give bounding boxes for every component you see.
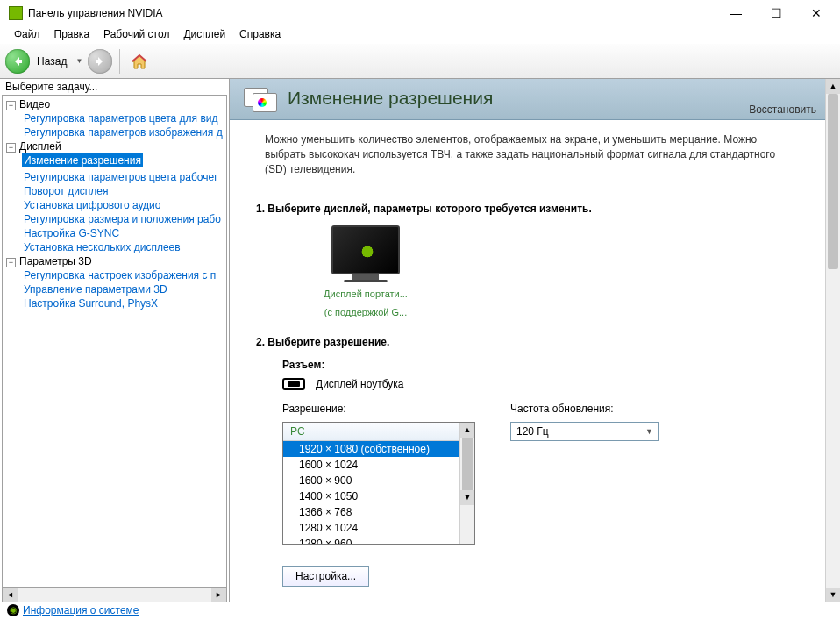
main-area: Выберите задачу... −ВидеоРегулировка пар… <box>0 79 840 602</box>
resolution-option[interactable]: 1280 × 1024 <box>283 520 474 536</box>
tree-category-label: Дисплей <box>19 140 61 153</box>
customize-button[interactable]: Настройка... <box>282 566 369 587</box>
titlebar: Панель управления NVIDIA — ☐ ✕ <box>0 0 840 26</box>
tree-category[interactable]: −Параметры 3D <box>6 254 226 268</box>
tree-item[interactable]: Регулировка настроек изображения с п <box>22 268 226 282</box>
tree-item[interactable]: Регулировка параметров цвета для вид <box>22 111 226 125</box>
resolution-label: Разрешение: <box>282 403 475 415</box>
system-info-link[interactable]: Информация о системе <box>23 604 139 616</box>
info-icon: ◉ <box>7 604 19 616</box>
menu-help[interactable]: Справка <box>232 26 288 44</box>
tree-category-label: Видео <box>19 98 50 110</box>
menu-desktop[interactable]: Рабочий стол <box>96 26 176 44</box>
monitor-icon <box>331 225 400 274</box>
back-label: Назад <box>37 55 67 68</box>
tree-item[interactable]: Установка цифрового аудио <box>22 198 226 212</box>
display-sub: (с поддержкой G... <box>309 306 423 318</box>
resolution-option[interactable]: 1280 × 960 <box>283 536 474 545</box>
resolution-option[interactable]: 1920 × 1080 (собственное) <box>283 441 474 457</box>
tree-item[interactable]: Поворот дисплея <box>22 184 226 198</box>
step-1-title: 1. Выберите дисплей, параметры которого … <box>256 203 799 215</box>
tree-category[interactable]: −Дисплей <box>6 139 226 153</box>
toolbar: Назад ▼ <box>0 44 840 79</box>
tree-item[interactable]: Регулировка размера и положения рабо <box>22 212 226 226</box>
minimize-button[interactable]: — <box>715 0 756 26</box>
toolbar-separator <box>119 49 120 74</box>
tree-item[interactable]: Настройка Surround, PhysX <box>22 296 226 310</box>
menu-file[interactable]: Файл <box>7 26 47 44</box>
forward-button[interactable] <box>88 49 112 74</box>
sidebar-header: Выберите задачу... <box>0 79 229 95</box>
monitor-base <box>344 280 388 282</box>
back-dropdown[interactable]: ▼ <box>74 57 84 65</box>
resolution-option[interactable]: 1600 × 1024 <box>283 457 474 473</box>
tree-category-label: Параметры 3D <box>19 255 92 267</box>
refresh-value: 120 Гц <box>516 425 549 438</box>
step-2: 2. Выберите разрешение. Разъем: Дисплей … <box>230 327 825 602</box>
tree-item[interactable]: Управление параметрами 3D <box>22 282 226 296</box>
home-icon <box>130 52 149 71</box>
scroll-thumb[interactable] <box>462 438 473 490</box>
laptop-display-icon <box>282 378 305 390</box>
step-1: 1. Выберите дисплей, параметры которого … <box>230 194 825 327</box>
resolution-option[interactable]: 1600 × 900 <box>283 473 474 488</box>
tree-toggle-icon[interactable]: − <box>6 258 16 267</box>
window-title: Панель управления NVIDIA <box>28 7 715 19</box>
nvidia-icon <box>9 6 23 20</box>
scroll-track[interactable] <box>18 588 211 602</box>
content-wrap: Изменение разрешения Восстановить Можно … <box>230 79 840 602</box>
resolution-refresh-row: Разрешение: PC 1920 × 1080 (собственное)… <box>256 403 799 545</box>
refresh-label: Частота обновления: <box>510 403 659 415</box>
connector-row: Дисплей ноутбука <box>282 378 799 390</box>
content: Изменение разрешения Восстановить Можно … <box>230 79 825 602</box>
content-v-scrollbar[interactable]: ▲ ▼ <box>825 79 840 602</box>
connector-value: Дисплей ноутбука <box>316 378 404 390</box>
scroll-left-button[interactable]: ◄ <box>3 588 18 602</box>
tree-item[interactable]: Регулировка параметров изображения д <box>22 125 226 139</box>
tree-item[interactable]: Установка нескольких дисплеев <box>22 240 226 254</box>
arrow-left-icon <box>11 55 24 68</box>
menu-edit[interactable]: Правка <box>47 26 97 44</box>
customize-row: Настройка... <box>256 545 799 602</box>
window-controls: — ☐ ✕ <box>715 0 836 26</box>
scroll-track[interactable] <box>826 269 840 588</box>
tree-toggle-icon[interactable]: − <box>6 143 16 153</box>
resolution-option[interactable]: 1366 × 768 <box>283 504 474 520</box>
refresh-rate-select[interactable]: 120 Гц ▼ <box>510 422 659 441</box>
resolution-option[interactable]: 1400 × 1050 <box>283 488 474 504</box>
sidebar: Выберите задачу... −ВидеоРегулировка пар… <box>0 79 230 602</box>
menu-display[interactable]: Дисплей <box>176 26 232 44</box>
resolution-list[interactable]: PC 1920 × 1080 (собственное)1600 × 10241… <box>282 422 475 545</box>
close-button[interactable]: ✕ <box>796 0 836 26</box>
resolution-scrollbar[interactable]: ▲ ▼ <box>459 423 474 544</box>
scroll-thumb[interactable] <box>828 94 838 269</box>
arrow-right-icon <box>94 55 106 68</box>
restore-link[interactable]: Восстановить <box>749 103 816 116</box>
tree-item[interactable]: Регулировка параметров цвета рабочег <box>22 170 226 184</box>
tree-item[interactable]: Изменение разрешения <box>22 153 143 167</box>
step-2-title: 2. Выберите разрешение. <box>256 336 799 348</box>
scroll-down-button[interactable]: ▼ <box>460 490 474 505</box>
display-thumbnail[interactable]: Дисплей портати... (с поддержкой G... <box>309 225 423 318</box>
home-button[interactable] <box>127 49 152 74</box>
page-description: Можно уменьшить количество элементов, от… <box>230 120 825 194</box>
footer: ◉ Информация о системе <box>0 601 146 620</box>
scroll-up-button[interactable]: ▲ <box>460 423 474 438</box>
tree-category[interactable]: −Видео <box>6 97 226 111</box>
page-title: Изменение разрешения <box>288 88 811 109</box>
back-button[interactable] <box>5 49 30 74</box>
resolution-icon <box>244 88 279 116</box>
display-name: Дисплей портати... <box>309 288 423 300</box>
tree-toggle-icon[interactable]: − <box>6 101 16 110</box>
scroll-down-button[interactable]: ▼ <box>826 588 840 602</box>
resolution-column: Разрешение: PC 1920 × 1080 (собственное)… <box>282 403 475 545</box>
chevron-down-icon: ▼ <box>645 427 653 436</box>
tree-item[interactable]: Настройка G-SYNC <box>22 226 226 240</box>
page-header: Изменение разрешения Восстановить <box>230 79 825 120</box>
task-tree: −ВидеоРегулировка параметров цвета для в… <box>2 95 227 588</box>
resolution-group-pc: PC <box>283 423 474 441</box>
menubar: Файл Правка Рабочий стол Дисплей Справка <box>0 26 840 44</box>
maximize-button[interactable]: ☐ <box>756 0 796 26</box>
scroll-right-button[interactable]: ► <box>211 588 226 602</box>
scroll-up-button[interactable]: ▲ <box>826 79 840 94</box>
